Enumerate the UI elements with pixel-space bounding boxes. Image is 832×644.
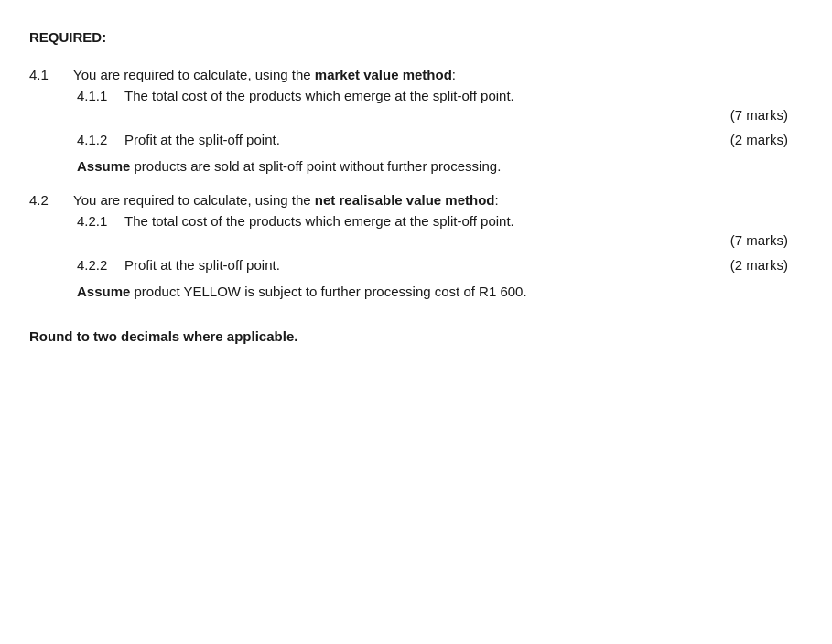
subsection-412: 4.1.2 Profit at the split-off point. (2 … xyxy=(29,132,788,147)
section-42-number: 4.2 xyxy=(29,192,73,208)
section-41-intro: You are required to calculate, using the… xyxy=(73,67,788,82)
section-41-intro-pre: You are required to calculate, using the xyxy=(73,67,315,82)
subsection-412-number: 4.1.2 xyxy=(77,132,124,147)
round-note: Round to two decimals where applicable. xyxy=(29,328,788,344)
subsection-422-marks: (2 marks) xyxy=(730,257,788,273)
subsection-421-text: The total cost of the products which eme… xyxy=(124,213,788,229)
subsection-421: 4.2.1 The total cost of the products whi… xyxy=(29,213,788,248)
assume-bold-42: Assume xyxy=(77,284,130,299)
subsection-422-text: Profit at the split-off point. xyxy=(124,257,730,273)
subsection-412-marks: (2 marks) xyxy=(730,132,788,147)
section-42-intro-bold: net realisable value method xyxy=(315,192,495,208)
assume-block-41: Assume products are sold at split-off po… xyxy=(29,158,788,174)
assume-text-42: product YELLOW is subject to further pro… xyxy=(130,284,526,299)
subsection-411-text: The total cost of the products which eme… xyxy=(124,88,788,103)
subsection-412-text: Profit at the split-off point. xyxy=(124,132,730,147)
assume-text-41: products are sold at split-off point wit… xyxy=(130,158,501,174)
section-42-intro-pre: You are required to calculate, using the xyxy=(73,192,315,208)
assume-bold-41: Assume xyxy=(77,158,130,174)
subsection-422: 4.2.2 Profit at the split-off point. (2 … xyxy=(29,257,788,273)
section-41-intro-bold: market value method xyxy=(315,67,452,82)
subsection-411-marks: (7 marks) xyxy=(730,107,788,123)
section-42: 4.2 You are required to calculate, using… xyxy=(29,192,788,299)
section-41-number: 4.1 xyxy=(29,67,73,82)
subsection-421-number: 4.2.1 xyxy=(77,213,124,229)
subsection-411: 4.1.1 The total cost of the products whi… xyxy=(29,88,788,123)
required-heading: REQUIRED: xyxy=(29,29,788,45)
subsection-411-number: 4.1.1 xyxy=(77,88,124,103)
section-41-intro-post: : xyxy=(452,67,456,82)
assume-block-42: Assume product YELLOW is subject to furt… xyxy=(29,284,788,299)
subsection-421-marks: (7 marks) xyxy=(730,232,788,248)
section-42-intro-post: : xyxy=(495,192,499,208)
section-41: 4.1 You are required to calculate, using… xyxy=(29,67,788,174)
section-42-intro: You are required to calculate, using the… xyxy=(73,192,788,208)
subsection-422-number: 4.2.2 xyxy=(77,257,124,273)
